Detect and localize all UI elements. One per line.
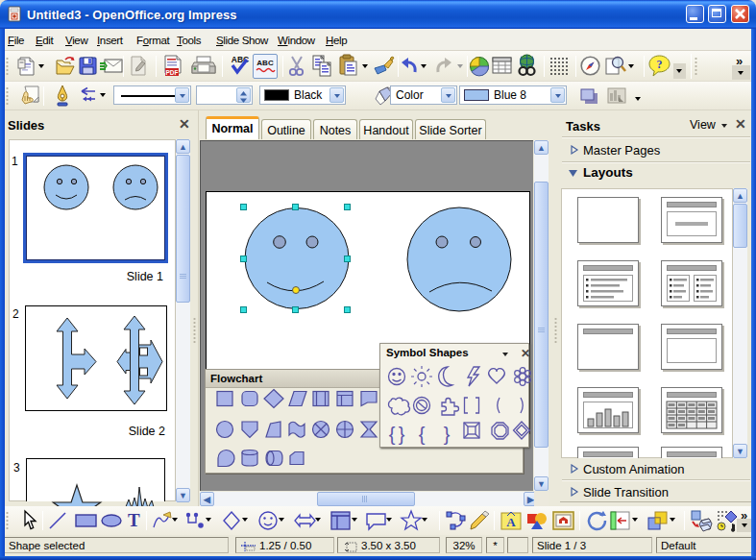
svg-text:ABC: ABC — [256, 59, 274, 67]
svg-text:}: } — [444, 424, 451, 445]
svg-text:?: ? — [657, 58, 663, 71]
svg-text:PDF: PDF — [166, 69, 179, 76]
svg-text:}: } — [399, 424, 405, 445]
svg-text:A: A — [506, 515, 516, 529]
svg-text:{: { — [419, 424, 426, 445]
svg-text:{: { — [389, 424, 396, 445]
